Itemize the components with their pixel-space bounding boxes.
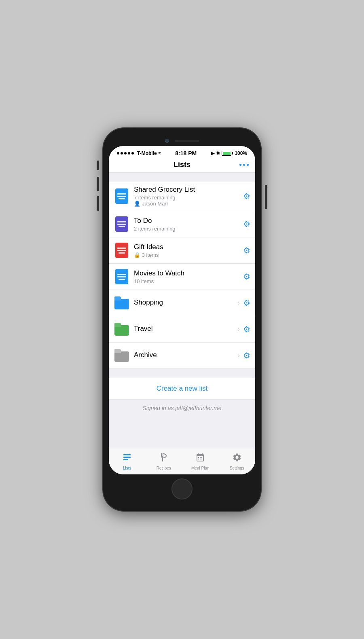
travel-right: › ⚙ — [238, 324, 250, 334]
list-item-shared-grocery[interactable]: Shared Grocery List 7 items remaining 👤 … — [109, 182, 255, 211]
ellipsis-dot-2 — [243, 164, 245, 166]
list-item-gift-ideas[interactable]: Gift Ideas 🔒 3 items ⚙ — [109, 237, 255, 264]
icon-line-1 — [117, 221, 126, 222]
archive-gear-icon[interactable]: ⚙ — [243, 351, 250, 360]
mute-button[interactable] — [97, 161, 99, 170]
gift-ideas-right: ⚙ — [243, 245, 250, 255]
movies-icon — [114, 268, 129, 286]
volume-up-button[interactable] — [97, 177, 99, 191]
gift-ideas-count: 3 items — [142, 252, 159, 258]
gift-ideas-subtitle: 🔒 3 items — [134, 252, 243, 258]
tab-lists[interactable]: Lists — [109, 453, 146, 470]
icon-line-3 — [119, 279, 125, 280]
signal-dot-2 — [121, 152, 123, 154]
folder-green-icon — [114, 323, 129, 336]
shared-grocery-content: Shared Grocery List 7 items remaining 👤 … — [134, 186, 243, 207]
battery-percent: 100% — [235, 150, 247, 156]
shared-grocery-gear-icon[interactable]: ⚙ — [243, 191, 250, 201]
signed-in-text: Signed in as jeff@jeffhunter.me — [142, 405, 221, 411]
movies-subtitle: 10 items — [134, 278, 243, 284]
location-icon: ▶ — [211, 150, 214, 156]
bluetooth-icon: ✖ — [216, 150, 220, 156]
screen-content: T-Mobile ≈ 8:18 PM ▶ ✖ 100% — [109, 146, 255, 474]
nav-bar: Lists — [109, 158, 255, 173]
battery-icon — [222, 151, 233, 156]
icon-line-2 — [117, 196, 126, 197]
movies-content: Movies to Watch 10 items — [134, 269, 243, 284]
folder-gray-icon — [114, 349, 129, 362]
tab-settings[interactable]: Settings — [219, 453, 256, 470]
icon-line-2 — [117, 224, 126, 225]
tab-settings-label: Settings — [230, 466, 244, 470]
tab-meal-plan-label: Meal Plan — [191, 466, 209, 470]
tab-recipes-label: Recipes — [157, 466, 171, 470]
icon-line-1 — [117, 248, 126, 249]
tab-bar: Lists Recipes Me — [109, 449, 255, 474]
content-spacer — [109, 417, 255, 449]
list-item-archive[interactable]: Archive › ⚙ — [109, 343, 255, 369]
section-separator-top — [109, 173, 255, 182]
signed-in-section: Signed in as jeff@jeffhunter.me — [109, 400, 255, 417]
more-button[interactable] — [239, 164, 249, 166]
list-item-travel[interactable]: Travel › ⚙ — [109, 316, 255, 343]
list-item-shopping[interactable]: Shopping › ⚙ — [109, 290, 255, 316]
list-icon-blue-2 — [115, 269, 128, 284]
gift-ideas-gear-icon[interactable]: ⚙ — [243, 245, 250, 255]
todo-gear-icon[interactable]: ⚙ — [243, 219, 250, 229]
gift-ideas-icon — [114, 241, 129, 259]
todo-content: To Do 2 items remaining — [134, 217, 243, 232]
power-button[interactable] — [265, 185, 267, 209]
travel-title: Travel — [134, 325, 238, 333]
travel-chevron-icon: › — [238, 326, 240, 333]
icon-line-3 — [119, 252, 125, 254]
ellipsis-dot-3 — [247, 164, 249, 166]
shopping-icon — [114, 294, 129, 312]
battery-body — [222, 151, 231, 156]
icon-line-3 — [119, 226, 125, 227]
create-list-section[interactable]: Create a new list — [109, 378, 255, 400]
signal-dot-3 — [124, 152, 127, 154]
phone-screen: T-Mobile ≈ 8:18 PM ▶ ✖ 100% — [109, 134, 255, 505]
list-item-todo[interactable]: To Do 2 items remaining ⚙ — [109, 211, 255, 237]
shared-grocery-right: ⚙ — [243, 191, 250, 201]
wifi-icon: ≈ — [159, 150, 161, 156]
movies-title: Movies to Watch — [134, 269, 243, 277]
shared-grocery-shared-name: Jason Marr — [142, 201, 168, 207]
shared-grocery-shared-by: 👤 Jason Marr — [134, 201, 243, 207]
person-icon: 👤 — [134, 201, 140, 207]
signal-dot-1 — [117, 152, 119, 154]
volume-down-button[interactable] — [97, 196, 99, 211]
lock-icon: 🔒 — [134, 252, 140, 258]
icon-line-2 — [117, 250, 126, 251]
list-icon-blue — [115, 188, 128, 204]
list-item-movies[interactable]: Movies to Watch 10 items ⚙ — [109, 264, 255, 290]
page-title: Lists — [174, 161, 190, 169]
phone-device: T-Mobile ≈ 8:18 PM ▶ ✖ 100% — [103, 128, 261, 511]
icon-line-1 — [117, 193, 126, 195]
ellipsis-dot-1 — [239, 164, 241, 166]
movies-gear-icon[interactable]: ⚙ — [243, 272, 250, 281]
travel-gear-icon[interactable]: ⚙ — [243, 324, 250, 334]
icon-line-3 — [119, 198, 125, 199]
shopping-gear-icon[interactable]: ⚙ — [243, 298, 250, 308]
status-left: T-Mobile ≈ — [117, 150, 161, 156]
svg-rect-1 — [123, 457, 131, 458]
todo-title: To Do — [134, 217, 243, 225]
camera-lens — [165, 139, 169, 143]
folder-blue-icon — [114, 296, 129, 309]
gift-ideas-title: Gift Ideas — [134, 243, 243, 251]
svg-rect-0 — [123, 454, 131, 455]
home-button[interactable] — [171, 478, 193, 499]
svg-rect-2 — [123, 459, 128, 460]
shopping-right: › ⚙ — [238, 298, 250, 308]
tab-meal-plan[interactable]: Meal Plan — [182, 453, 219, 470]
carrier-label: T-Mobile — [137, 150, 157, 156]
gift-ideas-content: Gift Ideas 🔒 3 items — [134, 243, 243, 258]
shared-grocery-title: Shared Grocery List — [134, 186, 243, 194]
shopping-content: Shopping — [134, 298, 238, 307]
tab-recipes[interactable]: Recipes — [146, 453, 182, 470]
list-tab-icon — [122, 453, 132, 465]
create-list-label[interactable]: Create a new list — [157, 385, 208, 392]
archive-icon — [114, 347, 129, 364]
shopping-chevron-icon: › — [238, 299, 240, 307]
